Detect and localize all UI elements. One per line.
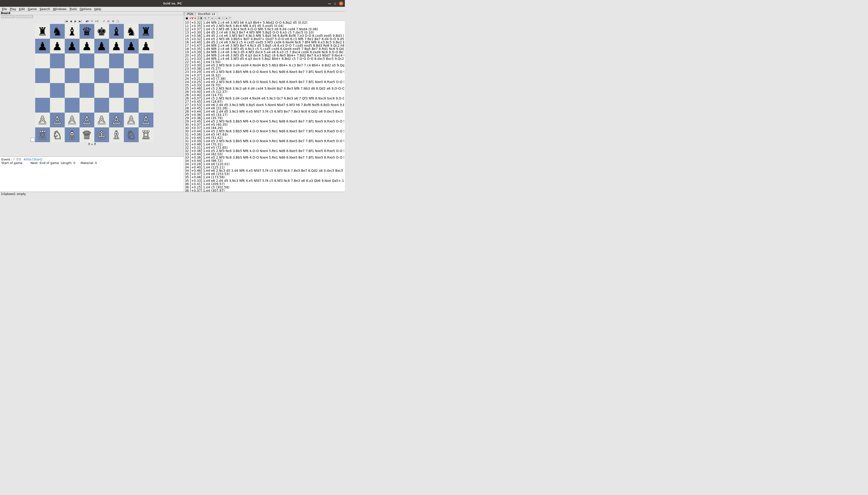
- square[interactable]: [109, 83, 124, 98]
- square[interactable]: ♙: [50, 113, 65, 127]
- tb-btn[interactable]: [6, 16, 8, 18]
- tb-btn[interactable]: [27, 16, 29, 18]
- nav-button[interactable]: ▶: [74, 19, 77, 23]
- square[interactable]: [109, 53, 124, 68]
- menu-windows[interactable]: Windows: [52, 7, 68, 11]
- piece[interactable]: ♟: [111, 40, 121, 53]
- piece[interactable]: ♙: [111, 114, 121, 127]
- square[interactable]: ♜: [139, 24, 153, 39]
- square[interactable]: ♙: [65, 113, 80, 127]
- tb-btn[interactable]: [22, 16, 24, 18]
- engine-toolbar-icon[interactable]: ⚙: [218, 16, 221, 20]
- piece[interactable]: ♙: [141, 114, 151, 127]
- engine-output[interactable]: 10 [+0.32] 1.d4 Nf6 2.c4 e6 3.Nf3 b6 4.g…: [184, 21, 345, 192]
- square[interactable]: ♟: [35, 39, 50, 53]
- square[interactable]: ♛: [80, 24, 94, 39]
- nav-button[interactable]: ▶|: [79, 19, 82, 23]
- piece[interactable]: ♙: [67, 114, 77, 127]
- square[interactable]: ♙: [35, 113, 50, 127]
- menu-search[interactable]: Search: [39, 7, 51, 11]
- engine-toolbar-icon[interactable]: ⤒: [207, 16, 210, 20]
- piece[interactable]: ♟: [52, 40, 62, 53]
- square[interactable]: [124, 68, 139, 83]
- multipv-spinner[interactable]: 1 ▲▼: [197, 16, 203, 20]
- tb-btn[interactable]: [12, 16, 14, 18]
- close-icon[interactable]: ✕: [339, 1, 343, 6]
- square[interactable]: [65, 83, 80, 98]
- piece[interactable]: ♙: [126, 114, 136, 127]
- tb-btn[interactable]: [8, 16, 10, 18]
- plus-variation-icon[interactable]: +V: [189, 17, 193, 20]
- square[interactable]: ♘: [124, 127, 139, 142]
- square[interactable]: [50, 53, 65, 68]
- tb-btn[interactable]: [1, 16, 3, 18]
- piece[interactable]: ♖: [37, 128, 47, 141]
- piece[interactable]: ♙: [37, 114, 47, 127]
- square[interactable]: ♔: [94, 127, 109, 142]
- square[interactable]: ♕: [80, 127, 94, 142]
- tab--pgn[interactable]: -PGN: [184, 12, 195, 16]
- square[interactable]: [50, 68, 65, 83]
- square[interactable]: [94, 53, 109, 68]
- tb-btn[interactable]: [10, 16, 12, 18]
- piece[interactable]: ♘: [52, 128, 62, 141]
- piece[interactable]: ♗: [67, 128, 77, 141]
- engine-toolbar-icon[interactable]: ⎘: [203, 16, 207, 20]
- piece[interactable]: ♙: [82, 114, 92, 127]
- square[interactable]: ♖: [139, 127, 153, 142]
- square[interactable]: [94, 98, 109, 113]
- menu-edit[interactable]: Edit: [18, 7, 26, 11]
- square[interactable]: [109, 68, 124, 83]
- square[interactable]: [139, 53, 153, 68]
- piece[interactable]: ♘: [126, 128, 136, 141]
- square[interactable]: [80, 68, 94, 83]
- square[interactable]: [50, 98, 65, 113]
- menu-tools[interactable]: Tools: [69, 7, 78, 11]
- engine-toolbar-icon[interactable]: ➜: [225, 16, 228, 20]
- engine-toolbar-icon[interactable]: i: [221, 16, 225, 20]
- minimize-icon[interactable]: —: [328, 2, 331, 5]
- piece[interactable]: ♛: [82, 25, 92, 38]
- square[interactable]: ♗: [65, 127, 80, 142]
- square[interactable]: ♗: [109, 127, 124, 142]
- piece[interactable]: ♟: [141, 40, 151, 53]
- nav-button[interactable]: ⇄: [106, 19, 110, 23]
- tb-btn[interactable]: [29, 16, 31, 18]
- menu-help[interactable]: Help: [93, 7, 102, 11]
- piece[interactable]: ♖: [141, 128, 151, 141]
- piece[interactable]: ♟: [97, 40, 106, 53]
- maximize-icon[interactable]: ▫: [334, 2, 336, 5]
- wedge-icon[interactable]: ∨: [194, 17, 196, 20]
- square[interactable]: [65, 53, 80, 68]
- square[interactable]: [124, 98, 139, 113]
- tb-btn[interactable]: [20, 16, 22, 18]
- tb-btn[interactable]: [3, 16, 6, 18]
- piece[interactable]: ♜: [37, 25, 47, 38]
- square[interactable]: ♟: [94, 39, 109, 53]
- nav-button[interactable]: V: [90, 19, 94, 23]
- nav-button[interactable]: ◀V: [85, 19, 89, 23]
- square[interactable]: [94, 83, 109, 98]
- square[interactable]: ♟: [65, 39, 80, 53]
- square[interactable]: [35, 68, 50, 83]
- square[interactable]: ♟: [124, 39, 139, 53]
- square[interactable]: ♙: [94, 113, 109, 127]
- square[interactable]: ♟: [50, 39, 65, 53]
- piece[interactable]: ♕: [82, 128, 92, 141]
- piece[interactable]: ♟: [126, 40, 136, 53]
- piece[interactable]: ♟: [82, 40, 92, 53]
- tb-btn[interactable]: [16, 16, 18, 18]
- square[interactable]: [35, 98, 50, 113]
- square[interactable]: [139, 68, 153, 83]
- square[interactable]: [139, 98, 153, 113]
- nav-button[interactable]: ⊞: [111, 19, 115, 23]
- square[interactable]: [124, 53, 139, 68]
- nav-button[interactable]: |◀: [64, 19, 68, 23]
- engine-toolbar-icon[interactable]: ⎚: [210, 16, 214, 20]
- tb-btn[interactable]: [31, 16, 33, 18]
- square[interactable]: ♙: [109, 113, 124, 127]
- square[interactable]: ♝: [109, 24, 124, 39]
- square[interactable]: ♚: [94, 24, 109, 39]
- piece[interactable]: ♙: [52, 114, 62, 127]
- piece[interactable]: ♞: [126, 25, 136, 38]
